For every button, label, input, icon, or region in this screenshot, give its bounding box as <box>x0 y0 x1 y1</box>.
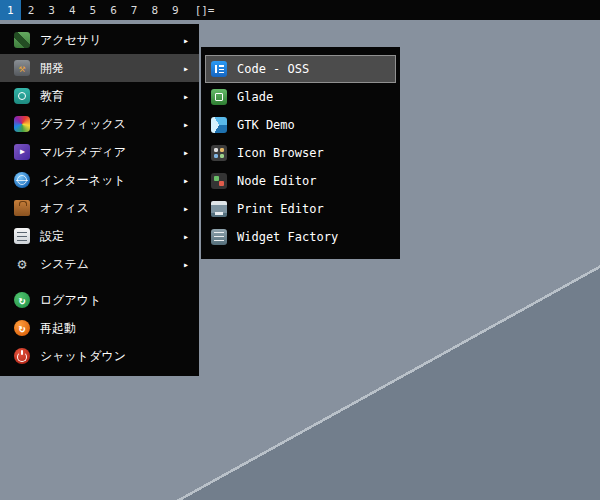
menu-item-development[interactable]: 開発 ▸ <box>0 54 199 82</box>
menu-item-label: ログアウト <box>40 292 101 309</box>
submenu-item-label: Node Editor <box>237 174 316 188</box>
menu-item-label: グラフィックス <box>40 116 126 133</box>
submenu-arrow-icon: ▸ <box>183 63 189 74</box>
menu-item-label: シャットダウン <box>40 348 126 365</box>
submenu-arrow-icon: ▸ <box>183 203 189 214</box>
logout-icon <box>14 292 30 308</box>
applications-menu: アクセサリ ▸ 開発 ▸ 教育 ▸ グラフィックス ▸ マルチメディア ▸ イン… <box>0 24 199 376</box>
submenu-item-label: Widget Factory <box>237 230 338 244</box>
menu-item-label: 設定 <box>40 228 64 245</box>
submenu-item-print-editor[interactable]: Print Editor <box>205 195 396 223</box>
submenu-arrow-icon: ▸ <box>183 119 189 130</box>
print-editor-icon <box>211 201 227 217</box>
menu-item-reboot[interactable]: 再起動 <box>0 314 199 342</box>
graphics-icon <box>14 116 30 132</box>
submenu-item-node-editor[interactable]: Node Editor <box>205 167 396 195</box>
multimedia-icon <box>14 144 30 160</box>
submenu-item-glade[interactable]: Glade <box>205 83 396 111</box>
workspace-tag-6[interactable]: 6 <box>103 0 124 20</box>
menu-separator <box>0 278 199 286</box>
menu-item-settings[interactable]: 設定 ▸ <box>0 222 199 250</box>
menu-item-internet[interactable]: インターネット ▸ <box>0 166 199 194</box>
submenu-arrow-icon: ▸ <box>183 259 189 270</box>
workspace-tag-1[interactable]: 1 <box>0 0 21 20</box>
accessories-icon <box>14 32 30 48</box>
code-oss-icon <box>211 61 227 77</box>
menu-item-logout[interactable]: ログアウト <box>0 286 199 314</box>
menu-item-label: インターネット <box>40 172 126 189</box>
submenu-arrow-icon: ▸ <box>183 35 189 46</box>
workspace-tag-9[interactable]: 9 <box>165 0 186 20</box>
menu-item-education[interactable]: 教育 ▸ <box>0 82 199 110</box>
submenu-arrow-icon: ▸ <box>183 147 189 158</box>
settings-icon <box>14 228 30 244</box>
widget-factory-icon <box>211 229 227 245</box>
submenu-item-widget-factory[interactable]: Widget Factory <box>205 223 396 251</box>
workspace-tag-4[interactable]: 4 <box>62 0 83 20</box>
menu-item-label: アクセサリ <box>40 32 101 49</box>
development-icon <box>14 60 30 76</box>
icon-browser-icon <box>211 145 227 161</box>
submenu-item-code-oss[interactable]: Code - OSS <box>205 55 396 83</box>
submenu-item-icon-browser[interactable]: Icon Browser <box>205 139 396 167</box>
menu-item-shutdown[interactable]: シャットダウン <box>0 342 199 370</box>
taskbar: 1 2 3 4 5 6 7 8 9 []= <box>0 0 600 20</box>
submenu-item-label: GTK Demo <box>237 118 295 132</box>
workspace-tag-5[interactable]: 5 <box>83 0 104 20</box>
menu-item-accessories[interactable]: アクセサリ ▸ <box>0 26 199 54</box>
menu-item-label: オフィス <box>40 200 89 217</box>
menu-item-label: マルチメディア <box>40 144 126 161</box>
submenu-arrow-icon: ▸ <box>183 231 189 242</box>
menu-item-system[interactable]: システム ▸ <box>0 250 199 278</box>
workspace-tag-3[interactable]: 3 <box>41 0 62 20</box>
reboot-icon <box>14 320 30 336</box>
workspace-tag-7[interactable]: 7 <box>124 0 145 20</box>
system-icon <box>14 256 30 272</box>
development-submenu: Code - OSS Glade GTK Demo Icon Browser N… <box>201 47 400 259</box>
desktop-wallpaper: 1 2 3 4 5 6 7 8 9 []= アクセサリ ▸ 開発 ▸ 教育 ▸ … <box>0 0 600 500</box>
menu-item-label: 再起動 <box>40 320 76 337</box>
gtk-demo-icon <box>211 117 227 133</box>
workspace-tag-8[interactable]: 8 <box>144 0 165 20</box>
menu-item-label: 教育 <box>40 88 64 105</box>
submenu-item-gtk-demo[interactable]: GTK Demo <box>205 111 396 139</box>
submenu-item-label: Print Editor <box>237 202 324 216</box>
submenu-arrow-icon: ▸ <box>183 91 189 102</box>
menu-item-label: システム <box>40 256 89 273</box>
menu-item-office[interactable]: オフィス ▸ <box>0 194 199 222</box>
submenu-item-label: Code - OSS <box>237 62 309 76</box>
layout-symbol[interactable]: []= <box>186 0 224 20</box>
glade-icon <box>211 89 227 105</box>
submenu-item-label: Glade <box>237 90 273 104</box>
internet-icon <box>14 172 30 188</box>
shutdown-icon <box>14 348 30 364</box>
workspace-tag-2[interactable]: 2 <box>21 0 42 20</box>
node-editor-icon <box>211 173 227 189</box>
menu-item-graphics[interactable]: グラフィックス ▸ <box>0 110 199 138</box>
menu-item-label: 開発 <box>40 60 64 77</box>
education-icon <box>14 88 30 104</box>
submenu-arrow-icon: ▸ <box>183 175 189 186</box>
menu-item-multimedia[interactable]: マルチメディア ▸ <box>0 138 199 166</box>
office-icon <box>14 200 30 216</box>
submenu-item-label: Icon Browser <box>237 146 324 160</box>
